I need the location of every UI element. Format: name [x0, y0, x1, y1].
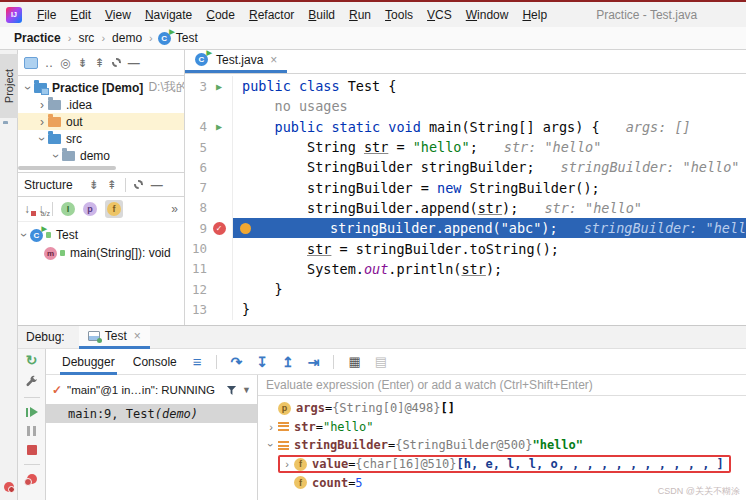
show-inherited-icon[interactable]: I	[61, 202, 75, 216]
project-tool-window-button[interactable]: Project	[0, 54, 18, 118]
debug-session-tab[interactable]: Test ×	[79, 326, 150, 349]
evaluate-expression-icon[interactable]: ▦	[348, 354, 360, 369]
breadcrumb-src[interactable]: src	[76, 31, 96, 45]
variable-row-str[interactable]: ›str = "hello"	[258, 418, 746, 437]
expand-all-icon[interactable]: ⇟	[89, 178, 99, 192]
sort-alphabetically-icon[interactable]: ↓a/z	[38, 202, 44, 216]
menu-window[interactable]: Window	[459, 6, 516, 24]
code-area[interactable]: 3▶public class Test { no usages4▶ public…	[185, 74, 746, 325]
pause-icon[interactable]	[27, 426, 36, 436]
menu-vcs[interactable]: VCS	[420, 6, 459, 24]
menu-edit[interactable]: Edit	[63, 6, 98, 24]
thread-selector[interactable]: ✓ "main"@1 in…in": RUNNING ▼	[46, 379, 257, 401]
tree-item-practice-demo-[interactable]: ›Practice [Demo]D:\我的	[18, 79, 184, 96]
menu-view[interactable]: View	[98, 6, 138, 24]
menu-navigate[interactable]: Navigate	[138, 6, 199, 24]
variable-row-value[interactable]: ›fvalue = {char[16]@510} [h, e, l, l, o,…	[258, 455, 746, 474]
tree-item-out[interactable]: ›out	[18, 113, 184, 130]
intention-bulb-icon[interactable]	[240, 223, 251, 234]
settings-wrench-icon[interactable]	[25, 375, 38, 388]
gutter[interactable]: 6	[185, 157, 233, 177]
collapse-all-icon[interactable]: ⇞	[95, 56, 105, 70]
structure-item-class[interactable]: › C▶ Test	[18, 226, 184, 244]
gutter[interactable]: 10	[185, 238, 233, 258]
run-icon[interactable]: ▶	[216, 81, 222, 92]
gutter[interactable]: 11	[185, 259, 233, 279]
step-into-icon[interactable]: ↧	[256, 354, 268, 370]
gutter-marker-slot[interactable]: ✓	[207, 222, 231, 235]
stack-frame-row[interactable]: main:9, Test (demo)	[46, 404, 257, 423]
gutter[interactable]: 5	[185, 137, 233, 157]
tree-item-demo[interactable]: ›demo	[18, 147, 184, 164]
gutter-marker-slot[interactable]: ▶	[207, 121, 231, 132]
editor-tab-test-java[interactable]: C▶ Test.java ×	[185, 50, 287, 73]
equals: =	[348, 476, 355, 490]
gear-icon[interactable]	[134, 180, 143, 189]
chevron-down-icon[interactable]: ›	[21, 82, 35, 94]
chevron-down-icon[interactable]: ▼	[242, 385, 251, 395]
menu-code[interactable]: Code	[199, 6, 242, 24]
locate-file-icon[interactable]: ◎	[60, 56, 70, 70]
breadcrumb-project[interactable]: Practice	[12, 31, 63, 45]
tab-debugger[interactable]: Debugger	[60, 349, 117, 375]
hide-panel-icon[interactable]: —	[128, 56, 140, 70]
gutter[interactable]: 8	[185, 198, 233, 218]
sort-by-visibility-icon[interactable]: ↓	[24, 202, 30, 216]
evaluate-expression-input[interactable]: Evaluate expression (Enter) or add a wat…	[258, 375, 746, 396]
run-to-cursor-icon[interactable]: ⇥	[308, 354, 320, 370]
menu-help[interactable]: Help	[515, 6, 554, 24]
close-icon[interactable]: ×	[134, 329, 141, 343]
collapse-all-icon[interactable]: ⇞	[107, 178, 117, 192]
more-actions-icon[interactable]: »	[171, 202, 178, 216]
chevron-right-icon[interactable]: ›	[36, 98, 48, 112]
chevron-right-icon[interactable]: ›	[36, 115, 48, 129]
close-icon[interactable]: ×	[270, 53, 277, 67]
gutter[interactable]: 4▶	[185, 117, 233, 137]
gutter[interactable]: 3▶	[185, 76, 233, 96]
expand-all-icon[interactable]: ⇟	[78, 56, 88, 70]
show-properties-icon[interactable]: p	[83, 202, 97, 216]
show-fields-icon[interactable]: f	[107, 202, 121, 216]
chevron-right-icon[interactable]: ›	[264, 421, 278, 433]
gutter-marker-slot[interactable]: ▶	[207, 81, 231, 92]
chevron-down-icon[interactable]: ›	[49, 150, 63, 162]
run-icon[interactable]: ▶	[216, 121, 222, 132]
tree-item--idea[interactable]: ›.idea	[18, 96, 184, 113]
horizontal-scrollbar[interactable]	[18, 166, 116, 170]
hide-panel-icon[interactable]: —	[151, 178, 163, 192]
layout-menu-icon[interactable]: ≡	[193, 353, 202, 370]
step-over-icon[interactable]: ↷	[231, 354, 243, 370]
gutter[interactable]	[185, 96, 233, 116]
step-out-icon[interactable]: ↥	[282, 354, 294, 370]
menu-refactor[interactable]: Refactor	[242, 6, 301, 24]
tab-console[interactable]: Console	[131, 349, 179, 375]
tree-item-src[interactable]: ›src	[18, 130, 184, 147]
variable-row-args[interactable]: pargs = {String[0]@498} []	[258, 399, 746, 418]
filter-funnel-icon[interactable]	[226, 385, 237, 396]
rerun-icon[interactable]: ↻	[26, 354, 38, 366]
view-breakpoints-icon[interactable]	[27, 474, 37, 484]
menu-run[interactable]: Run	[342, 6, 378, 24]
resume-program-icon[interactable]	[26, 407, 38, 417]
chevron-right-icon[interactable]: ›	[280, 458, 294, 470]
breadcrumb-class[interactable]: Test	[174, 31, 200, 45]
folder-icon	[62, 151, 75, 161]
gutter[interactable]: 12	[185, 279, 233, 299]
breakpoint-icon[interactable]: ✓	[213, 222, 226, 235]
menu-build[interactable]: Build	[301, 6, 342, 24]
chevron-down-icon[interactable]: ›	[35, 133, 49, 145]
breadcrumb-demo[interactable]: demo	[110, 31, 144, 45]
project-view-mode-icon[interactable]	[24, 57, 38, 69]
gutter[interactable]: 13	[185, 299, 233, 319]
menu-tools[interactable]: Tools	[378, 6, 420, 24]
structure-item-method[interactable]: m main(String[]): void	[18, 244, 184, 262]
stop-icon[interactable]	[27, 445, 37, 455]
gutter[interactable]: 7	[185, 177, 233, 197]
gear-icon[interactable]	[112, 58, 121, 67]
gutter[interactable]: 9✓	[185, 218, 233, 238]
ellipsis-icon[interactable]: ‥	[45, 56, 53, 70]
debug-tool-window-icon[interactable]	[4, 482, 14, 492]
menu-file[interactable]: File	[30, 6, 63, 24]
chevron-down-icon[interactable]: ›	[265, 438, 277, 452]
variable-row-stringBuilder[interactable]: ›stringBuilder = {StringBuilder@500} "he…	[258, 436, 746, 455]
